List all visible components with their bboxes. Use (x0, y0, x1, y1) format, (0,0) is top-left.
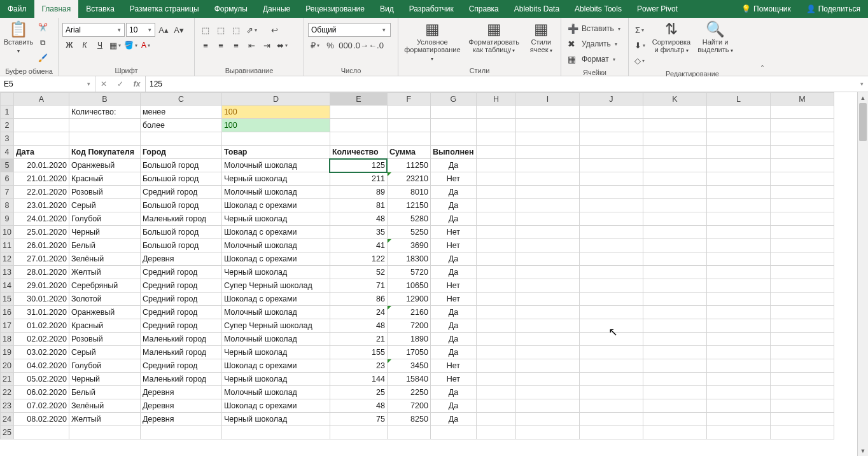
cell-L24[interactable] (706, 413, 770, 426)
cell-A5[interactable]: 20.01.2020 (13, 159, 69, 172)
cell-H7[interactable] (476, 186, 515, 199)
cell-D23[interactable]: Шоколад с орехами (221, 399, 330, 413)
cell-H13[interactable] (476, 266, 515, 279)
cell-E16[interactable]: 24 (330, 306, 387, 319)
border-button[interactable]: ▦ (108, 38, 122, 52)
cell-M15[interactable] (770, 293, 834, 306)
cell-B8[interactable]: Серый (69, 199, 140, 212)
cell-I21[interactable] (515, 373, 579, 386)
row-header-10[interactable]: 10 (1, 226, 14, 239)
column-header-E[interactable]: E (330, 93, 387, 106)
row-header-18[interactable]: 18 (1, 333, 14, 346)
cell-D24[interactable]: Черный шоколад (221, 413, 330, 426)
cell-E4[interactable]: Количество (330, 146, 387, 159)
cell-C18[interactable]: Маленький город (140, 333, 221, 346)
cell-A16[interactable]: 31.01.2020 (13, 306, 69, 319)
name-box[interactable]: ▾ (0, 76, 95, 92)
cell-H4[interactable] (476, 146, 515, 159)
cell-E2[interactable] (330, 119, 387, 132)
cell-A2[interactable] (13, 119, 69, 132)
chevron-down-icon[interactable]: ▾ (144, 27, 155, 33)
cell-G24[interactable]: Да (430, 413, 476, 426)
cell-M12[interactable] (770, 252, 834, 266)
row-header-12[interactable]: 12 (1, 252, 14, 266)
cell-L15[interactable] (706, 293, 770, 306)
comma-style-button[interactable]: 000 (339, 38, 353, 52)
cell-D22[interactable]: Молочный шоколад (221, 386, 330, 399)
cell-B3[interactable] (69, 132, 140, 146)
cell-C22[interactable]: Деревня (140, 386, 221, 399)
row-header-14[interactable]: 14 (1, 279, 14, 293)
cell-K19[interactable] (643, 346, 706, 359)
cell-B5[interactable]: Оранжевый (69, 159, 140, 172)
cell-J1[interactable] (579, 106, 643, 119)
row-header-11[interactable]: 11 (1, 239, 14, 252)
formula-expand-button[interactable]: ▾ (855, 76, 868, 92)
cell-M14[interactable] (770, 279, 834, 293)
row-header-8[interactable]: 8 (1, 199, 14, 212)
cell-A11[interactable]: 26.01.2020 (13, 239, 69, 252)
cell-L23[interactable] (706, 399, 770, 413)
cell-B4[interactable]: Код Покупателя (69, 146, 140, 159)
cell-I9[interactable] (515, 212, 579, 226)
column-header-D[interactable]: D (221, 93, 330, 106)
menu-share[interactable]: Поделиться (799, 0, 868, 18)
cell-F3[interactable] (387, 132, 430, 146)
cell-H24[interactable] (476, 413, 515, 426)
menu-view[interactable]: Вид (372, 0, 402, 18)
cell-F7[interactable]: 8010 (387, 186, 430, 199)
font-size-combo[interactable]: ▾ (126, 23, 155, 37)
cell-B1[interactable]: Количество: (69, 106, 140, 119)
cell-J22[interactable] (579, 386, 643, 399)
cell-F11[interactable]: 3690 (387, 239, 430, 252)
cell-J10[interactable] (579, 226, 643, 239)
cell-E20[interactable]: 23 (330, 359, 387, 373)
cell-A13[interactable]: 28.01.2020 (13, 266, 69, 279)
cell-I7[interactable] (515, 186, 579, 199)
cell-K15[interactable] (643, 293, 706, 306)
cell-H20[interactable] (476, 359, 515, 373)
menu-home[interactable]: Главная (34, 0, 79, 18)
fill-button[interactable]: ⬇ (633, 38, 647, 52)
cell-K10[interactable] (643, 226, 706, 239)
cell-B20[interactable]: Голубой (69, 359, 140, 373)
cell-B2[interactable] (69, 119, 140, 132)
align-top-button[interactable]: ⬚ (199, 23, 213, 37)
cell-B9[interactable]: Голубой (69, 212, 140, 226)
cell-J5[interactable] (579, 159, 643, 172)
scroll-thumb[interactable] (859, 103, 867, 141)
cell-L11[interactable] (706, 239, 770, 252)
cell-E23[interactable]: 48 (330, 399, 387, 413)
cell-I10[interactable] (515, 226, 579, 239)
currency-button[interactable]: ₽ (308, 38, 322, 52)
cell-E18[interactable]: 21 (330, 333, 387, 346)
cell-M3[interactable] (770, 132, 834, 146)
cell-A8[interactable]: 23.01.2020 (13, 199, 69, 212)
row-header-21[interactable]: 21 (1, 373, 14, 386)
clear-button[interactable]: ◇ (633, 53, 647, 67)
cell-M8[interactable] (770, 199, 834, 212)
cell-C11[interactable]: Большой город (140, 239, 221, 252)
cell-C25[interactable] (140, 426, 221, 439)
cell-D13[interactable]: Черный шоколад (221, 266, 330, 279)
cell-C10[interactable]: Большой город (140, 226, 221, 239)
row-header-1[interactable]: 1 (1, 106, 14, 119)
percent-button[interactable]: % (323, 38, 337, 52)
cell-E6[interactable]: 211 (330, 172, 387, 186)
bold-button[interactable]: Ж (62, 38, 76, 52)
cell-G14[interactable]: Нет (430, 279, 476, 293)
cell-D2[interactable]: 100 (221, 119, 330, 132)
cell-F4[interactable]: Сумма (387, 146, 430, 159)
cell-J8[interactable] (579, 199, 643, 212)
cell-I13[interactable] (515, 266, 579, 279)
cell-D15[interactable]: Шоколад с орехами (221, 293, 330, 306)
cell-M5[interactable] (770, 159, 834, 172)
cell-A23[interactable]: 07.02.2020 (13, 399, 69, 413)
cell-E14[interactable]: 71 (330, 279, 387, 293)
cell-H18[interactable] (476, 333, 515, 346)
column-header-B[interactable]: B (69, 93, 140, 106)
cell-A10[interactable]: 25.01.2020 (13, 226, 69, 239)
cell-D21[interactable]: Черный шоколад (221, 373, 330, 386)
number-format-combo[interactable]: ▾ (308, 23, 391, 37)
cell-I8[interactable] (515, 199, 579, 212)
